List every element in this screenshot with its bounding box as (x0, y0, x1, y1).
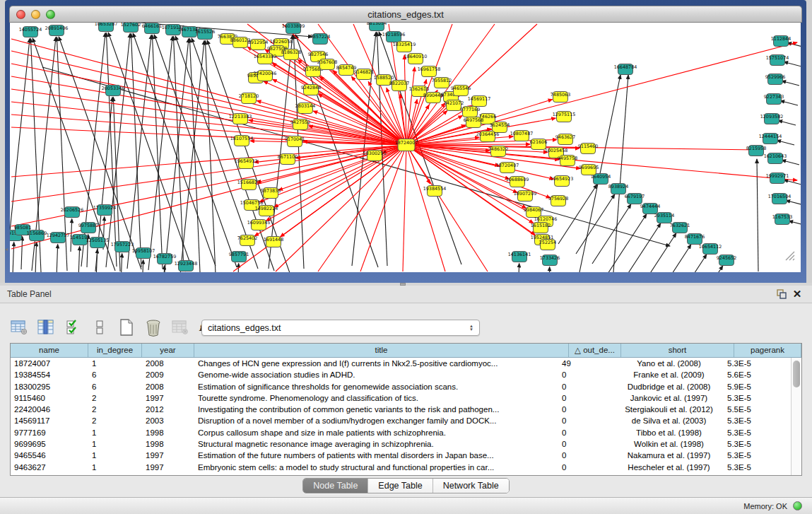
network-canvas[interactable]: 1405572420891406106532871527602646616110… (10, 23, 801, 272)
cell-year: 2008 (142, 358, 194, 369)
graph-node-label: 9857791 (229, 252, 249, 257)
column-select-icon (37, 320, 54, 335)
graph-node-label: 12923448 (175, 261, 198, 267)
select-rows-button[interactable] (64, 319, 82, 336)
graph-node-label: 16210643 (764, 153, 787, 159)
cell-name: 18724007 (11, 358, 88, 369)
cell-title: Estimation of the future numbers of pati… (194, 450, 558, 461)
graph-node-label: 985081 (14, 225, 31, 230)
graph-node-label: 7485063 (551, 92, 570, 98)
table-row[interactable]: 969969511998Structural magnetic resonanc… (11, 438, 791, 450)
tab-node-table[interactable]: Node Table (303, 479, 368, 493)
graph-node-label: 6497568 (464, 117, 483, 123)
table-row[interactable]: 2242004622012Investigating the contribut… (11, 404, 791, 415)
cell-short: Tibbo et al. (1998) (611, 427, 724, 438)
graph-node-label: 10688609 (506, 177, 529, 182)
column-header-name[interactable]: name (11, 344, 88, 357)
graph-node-label: 19654933 (235, 158, 258, 164)
citation-network-graph[interactable]: 1405572420891406106532871527602646616110… (10, 23, 801, 272)
table-selector-value: citations_edges.txt (208, 323, 469, 333)
tab-network-table[interactable]: Network Table (433, 479, 509, 493)
cell-in_degree: 2 (88, 404, 142, 415)
cell-out_degree: 0 (558, 438, 611, 450)
scrollbar-thumb[interactable] (793, 361, 800, 387)
column-select-button[interactable] (37, 319, 55, 336)
delete-column-button[interactable] (171, 319, 189, 336)
resize-grip-icon[interactable] (784, 250, 795, 261)
graph-node-label: 9529966 (765, 74, 785, 80)
network-window-titlebar[interactable]: citations_edges.txt (9, 6, 802, 23)
cell-title: Genome-wide association studies in ADHD. (194, 369, 558, 380)
cell-pagerank: 5.5E-5 (724, 404, 791, 415)
cell-in_degree: 2 (88, 415, 142, 426)
row-height-button[interactable] (90, 319, 109, 336)
graph-node-label: 9474444 (640, 204, 660, 209)
column-header-title[interactable]: title (194, 344, 569, 357)
cell-short: Yano et al. (2008) (611, 358, 724, 369)
column-header-year[interactable]: year (142, 344, 194, 357)
graph-node-label: 9463627 (555, 134, 575, 140)
close-panel-button[interactable]: ✕ (789, 288, 805, 300)
table-row[interactable]: 1456911722003Disruption of a novel membe… (11, 415, 791, 426)
graph-node-label: 19654923 (551, 176, 574, 182)
cell-year: 2008 (142, 381, 194, 392)
table-settings-button[interactable] (10, 319, 28, 336)
new-table-icon (119, 318, 134, 337)
graph-node-label: 8822037 (389, 81, 409, 86)
table-row[interactable]: 1938455462009Genome-wide association stu… (11, 369, 791, 380)
table-row[interactable]: 1872400712008Changes of HCN gene express… (11, 358, 791, 369)
graph-node-label: 10654112 (699, 244, 722, 250)
graph-node-label: 19384554 (423, 186, 447, 192)
table-row[interactable]: 946362711997Embryonic stem cells: a mode… (11, 462, 791, 473)
column-header-short[interactable]: short (621, 344, 734, 357)
graph-node-label: 7486322 (488, 146, 508, 152)
column-header-in_degree[interactable]: in_degree (88, 344, 142, 357)
graph-node-label: 12942757 (47, 233, 70, 238)
table-row[interactable]: 911546021997Tourette syndrome. Phenomeno… (11, 392, 791, 404)
float-panel-icon (777, 289, 787, 299)
table-row[interactable]: 946554611997Estimation of the future num… (11, 450, 791, 461)
delete-table-button[interactable] (144, 319, 163, 336)
graph-node-label: 14136141 (508, 252, 531, 257)
cell-year: 1998 (142, 427, 194, 438)
graph-node-label: 5873835 (261, 188, 281, 194)
graph-node-label: 16648784 (614, 64, 637, 70)
row-height-icon (95, 319, 105, 336)
cell-title: Investigating the contribution of common… (194, 404, 558, 415)
tab-edge-table[interactable]: Edge Table (368, 479, 433, 493)
collapse-arrow-icon[interactable]: ◂ (5, 246, 8, 252)
cell-name: 9115460 (11, 392, 88, 404)
float-panel-button[interactable] (774, 288, 789, 300)
table-header-row: namein_degreeyeartitle△ out_de...shortpa… (11, 344, 801, 358)
memory-status-icon[interactable] (793, 501, 802, 510)
graph-node-label: 2935114 (654, 213, 674, 218)
cell-short: Dudbridge et al. (2008) (611, 381, 724, 392)
graph-node-label: 22420046 (254, 71, 277, 76)
network-view-window: citations_edges.txt 14055724208914061065… (5, 0, 806, 283)
table-row[interactable]: 1830029562008Estimation of significance … (11, 381, 791, 392)
graph-node-label: 12444154 (759, 134, 782, 139)
graph-node-label: 16120746 (534, 216, 558, 222)
cell-title: Disruption of a novel member of a sodium… (194, 415, 558, 426)
graph-node-label: 9756928 (548, 196, 568, 201)
cell-in_degree: 1 (88, 427, 142, 438)
graph-node-label: 12213383 (229, 114, 252, 119)
cell-out_degree: 0 (558, 404, 611, 415)
vertical-scrollbar[interactable] (791, 358, 801, 475)
column-header-pagerank[interactable]: pagerank (734, 344, 801, 357)
cell-year: 1998 (142, 438, 194, 450)
column-header-out_degree[interactable]: △ out_de... (569, 344, 621, 357)
cell-out_degree: 0 (558, 415, 611, 426)
graph-node-label: 9245652 (717, 255, 736, 261)
cell-year: 2012 (142, 404, 194, 415)
cell-out_degree: 0 (558, 462, 611, 473)
select-rows-icon (65, 319, 81, 336)
graph-node-label: 18300295 (363, 151, 387, 156)
graph-node-label: 14055724 (19, 27, 42, 33)
graph-node-label: 20206526 (61, 207, 84, 213)
table-row[interactable]: 977716911998Corpus callosum shape and si… (11, 427, 791, 438)
graph-node-label: 8671100 (278, 154, 298, 160)
table-selector-dropdown[interactable]: citations_edges.txt ▲▼ (201, 320, 480, 336)
cell-pagerank: 5.3E-5 (724, 415, 791, 426)
new-table-button[interactable] (117, 319, 136, 336)
